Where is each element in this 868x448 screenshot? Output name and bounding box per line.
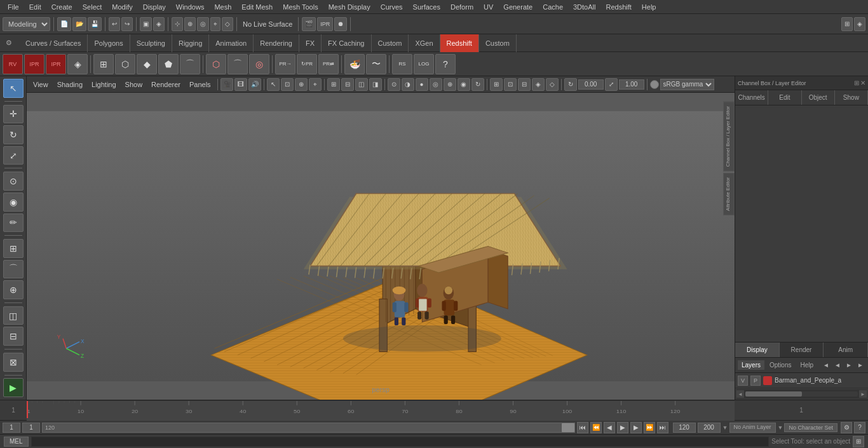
menu-cache[interactable]: Cache [538, 2, 568, 12]
layer-visibility-btn[interactable]: V [738, 376, 748, 386]
frame-range-bar[interactable]: 120 [42, 423, 575, 433]
render-tab[interactable]: Render [780, 343, 824, 357]
start-frame-input[interactable] [3, 423, 20, 433]
current-frame-input[interactable] [22, 423, 40, 433]
vp-audio-btn[interactable]: 🔊 [248, 78, 261, 91]
vp-shading-3[interactable]: ● [416, 78, 428, 91]
menu-edit-mesh[interactable]: Edit Mesh [236, 2, 278, 12]
cb-tab-channels[interactable]: Channels [735, 90, 768, 105]
vp-display-2[interactable]: ⊟ [341, 78, 354, 91]
snap-curve-btn[interactable]: ⌒ [3, 260, 24, 279]
vp-render-5[interactable]: ◇ [546, 78, 559, 91]
vp-menu-shading[interactable]: Shading [53, 79, 86, 90]
vp-rotate-btn[interactable]: ↻ [564, 78, 577, 91]
vp-film-btn[interactable]: 🎞 [234, 78, 247, 91]
layer-playback-btn[interactable]: P [750, 376, 761, 386]
shelf-icon-3[interactable]: IPR [46, 54, 66, 74]
select-tool-btn[interactable]: ↖ [3, 79, 24, 98]
help-tab[interactable]: Help [796, 360, 817, 370]
menu-windows[interactable]: Windows [171, 2, 210, 12]
undo-btn[interactable]: ↩ [109, 17, 120, 31]
vp-menu-lighting[interactable]: Lighting [88, 79, 120, 90]
grid-btn[interactable]: ⊟ [3, 327, 24, 346]
shelf-icon-log1[interactable]: RS [392, 54, 412, 74]
vp-cam-btn[interactable]: 🎥 [220, 78, 233, 91]
shelf-icon-log2[interactable]: LOG [414, 54, 434, 74]
shelf-tab-rigging[interactable]: Rigging [172, 34, 209, 52]
rotation-input[interactable] [578, 79, 604, 90]
vp-shading-5[interactable]: ⊕ [444, 78, 456, 91]
menu-file[interactable]: File [3, 2, 24, 12]
char-set-btn-1[interactable]: ⚙ [841, 422, 852, 433]
layer-icon-2[interactable]: ◄ [832, 360, 843, 370]
prev-frame-btn[interactable]: ◀ [604, 422, 615, 433]
shelf-tab-custom[interactable]: Custom [372, 34, 409, 52]
shelf-tab-redshift[interactable]: Redshift [440, 34, 479, 52]
vp-render-3[interactable]: ⊟ [518, 78, 531, 91]
render-view-btn[interactable]: 🎬 [302, 17, 316, 31]
menu-surfaces[interactable]: Surfaces [408, 2, 445, 12]
menu-uv[interactable]: UV [478, 2, 498, 12]
move-tool-btn[interactable]: ✛ [3, 105, 24, 124]
shelf-icon-pr2[interactable]: ↻PR [297, 54, 317, 74]
shelf-tab-rendering[interactable]: Rendering [254, 34, 299, 52]
shelf-tab-fx[interactable]: FX [299, 34, 322, 52]
cb-tab-show[interactable]: Show [835, 90, 868, 105]
snap-grid-btn[interactable]: ⊞ [3, 239, 24, 258]
cb-tab-edit[interactable]: Edit [768, 90, 801, 105]
soft-select-btn[interactable]: ◉ [3, 193, 24, 212]
vp-menu-show[interactable]: Show [121, 79, 147, 90]
vp-select-mask-2[interactable]: ⊡ [281, 78, 294, 91]
snap-point-btn[interactable]: ⊕ [3, 280, 24, 299]
layer-icon-4[interactable]: ► [855, 360, 865, 370]
save-file-btn[interactable]: 💾 [88, 17, 102, 31]
shelf-icon-help[interactable]: ? [435, 54, 456, 74]
channel-box-side-tab[interactable]: Channel Box / Layer Editor [723, 102, 735, 172]
shelf-icon-12[interactable]: ◎ [249, 54, 269, 74]
vp-select-mask-3[interactable]: ⊕ [295, 78, 308, 91]
vp-menu-renderer[interactable]: Renderer [147, 79, 184, 90]
grid-toggle-btn[interactable]: ⊞ [841, 17, 853, 31]
lasso-btn[interactable]: ◈ [153, 17, 165, 31]
script-editor-btn[interactable]: ⊞ [853, 436, 864, 447]
menu-deform[interactable]: Deform [445, 2, 478, 12]
shelf-icon-1[interactable]: RV [3, 54, 23, 74]
shelf-icon-11[interactable]: ⌒ [227, 54, 248, 74]
shelf-icon-pr1[interactable]: PR→ [275, 54, 295, 74]
shelf-tab-polygons[interactable]: Polygons [88, 34, 130, 52]
shelf-tab-animation[interactable]: Animation [209, 34, 254, 52]
menu-create[interactable]: Create [46, 2, 78, 12]
vp-shading-4[interactable]: ◎ [430, 78, 442, 91]
cb-tab-object[interactable]: Object [802, 90, 835, 105]
scale-tool-btn[interactable]: ⤢ [3, 146, 24, 165]
shelf-tab-custom2[interactable]: Custom [479, 34, 517, 52]
display-tab[interactable]: Display [735, 343, 780, 357]
rotate-tool-btn[interactable]: ↻ [3, 125, 24, 144]
menu-redshift[interactable]: Redshift [600, 2, 636, 12]
render-mode-btn[interactable]: ▶ [3, 378, 24, 397]
current-frame-right-input[interactable] [673, 423, 696, 433]
anim-tab[interactable]: Anim [824, 343, 868, 357]
paint-tool-btn[interactable]: ✏ [3, 214, 24, 233]
command-input-area[interactable] [31, 437, 770, 447]
shelf-tab-curves-surfaces[interactable]: Curves / Surfaces [19, 34, 88, 52]
shelf-icon-wave[interactable]: 〜 [366, 54, 386, 74]
menu-curves[interactable]: Curves [376, 2, 408, 12]
display-toggle-btn[interactable]: ◈ [854, 17, 865, 31]
vp-render-4[interactable]: ◈ [532, 78, 545, 91]
vp-color-space-indicator[interactable] [650, 80, 659, 89]
layer-color-swatch[interactable] [763, 376, 772, 385]
snap-btn-1[interactable]: ⊹ [172, 17, 183, 31]
menu-mesh-tools[interactable]: Mesh Tools [278, 2, 323, 12]
anim-layer-label[interactable]: No Anim Layer [729, 423, 776, 433]
scroll-right-btn[interactable]: ► [859, 390, 867, 398]
redo-btn[interactable]: ↪ [121, 17, 133, 31]
vp-shading-6[interactable]: ◉ [458, 78, 470, 91]
menu-edit[interactable]: Edit [24, 2, 46, 12]
vp-menu-view[interactable]: View [29, 79, 52, 90]
shelf-icon-10[interactable]: ⬡ [206, 54, 226, 74]
shelf-icon-pr3[interactable]: PR⇄ [318, 54, 339, 74]
menu-mesh-display[interactable]: Mesh Display [323, 2, 376, 12]
next-frame-btn[interactable]: ▶ [630, 422, 642, 433]
mode-dropdown[interactable]: Modeling [3, 17, 50, 31]
